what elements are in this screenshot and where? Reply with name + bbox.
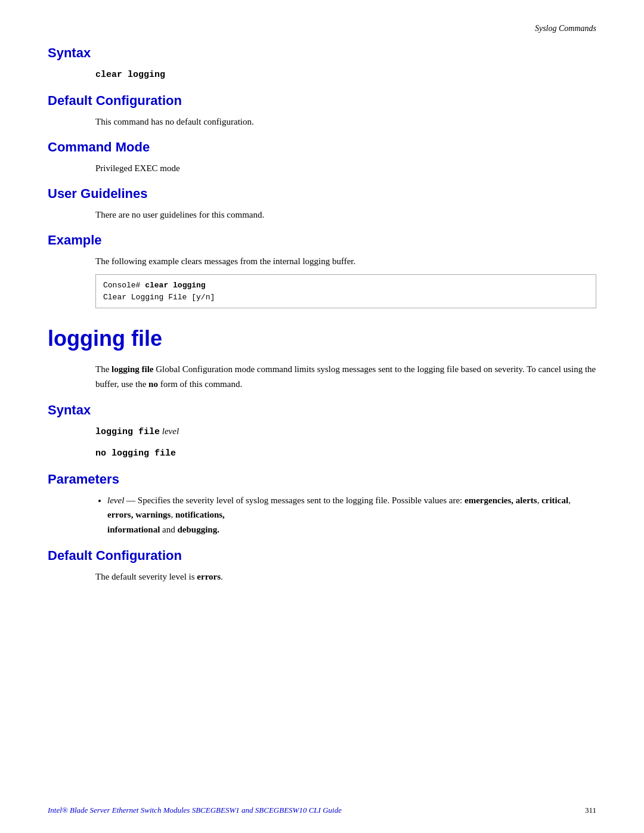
parameters-content: level — Specifies the severity level of … <box>48 493 596 537</box>
param-bold2: critical <box>541 496 568 505</box>
heading-default-config2: Default Configuration <box>48 548 596 563</box>
default-config2-bold: errors <box>197 572 221 581</box>
heading-example: Example <box>48 233 596 248</box>
heading-user-guidelines: User Guidelines <box>48 186 596 202</box>
footer-page-number: 311 <box>585 806 596 815</box>
example-code-block: Console# clear logging Clear Logging Fil… <box>95 274 596 308</box>
param-bold4: notifications, <box>175 510 225 519</box>
heading-syntax1: Syntax <box>48 45 596 61</box>
heading-parameters: Parameters <box>48 472 596 487</box>
syntax1-code: clear logging <box>95 70 165 80</box>
desc-bold1: logging file <box>112 364 153 374</box>
syntax1-content: clear logging <box>95 67 596 82</box>
syntax2-line2: no logging file <box>95 445 596 461</box>
default-config1-content: This command has no default configuratio… <box>95 114 596 129</box>
code-bold-1: clear logging <box>145 281 205 290</box>
syntax2-bold1: logging file <box>95 427 160 437</box>
example-intro: The following example clears messages fr… <box>95 254 596 268</box>
syntax2-italic1: level <box>160 426 179 436</box>
code-line-1: Console# clear logging <box>103 280 589 292</box>
desc-bold2: no <box>148 379 158 389</box>
param-bold3: errors, warnings <box>107 510 171 519</box>
heading-default-config1: Default Configuration <box>48 93 596 109</box>
code-line-2: Clear Logging File [y/n] <box>103 292 589 304</box>
param-italic: level <box>107 496 124 505</box>
param-bold1: emergencies, alerts <box>465 496 537 505</box>
default-config2-content: The default severity level is errors. <box>95 569 596 584</box>
page-title: logging file <box>48 326 596 351</box>
footer-left: Intel® Blade Server Ethernet Switch Modu… <box>48 806 342 815</box>
param-bold6: debugging. <box>178 525 219 534</box>
example-content: The following example clears messages fr… <box>95 254 596 308</box>
parameters-list: level — Specifies the severity level of … <box>107 493 596 537</box>
syntax2-bold2: no logging file <box>95 448 176 459</box>
header-text: Syslog Commands <box>535 24 596 33</box>
parameter-item-level: level — Specifies the severity level of … <box>107 493 596 537</box>
command-mode-content: Privileged EXEC mode <box>95 161 596 175</box>
heading-command-mode: Command Mode <box>48 140 596 155</box>
heading-syntax2: Syntax <box>48 402 596 418</box>
user-guidelines-content: There are no user guidelines for this co… <box>95 208 596 222</box>
page-header: Syslog Commands <box>48 24 596 33</box>
page-description: The logging file Global Configuration mo… <box>95 362 596 392</box>
param-bold5: informational <box>107 525 160 534</box>
syntax2-content: logging file level no logging file <box>95 424 596 461</box>
page-footer: Intel® Blade Server Ethernet Switch Modu… <box>0 806 644 815</box>
syntax2-line1: logging file level <box>95 424 596 439</box>
